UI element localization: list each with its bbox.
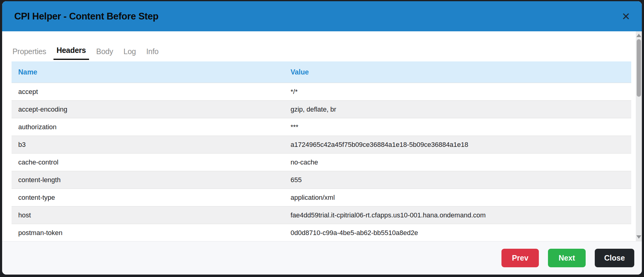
header-name: content-length xyxy=(12,176,291,184)
tab-headers[interactable]: Headers xyxy=(53,46,89,60)
header-value: application/xml xyxy=(291,194,631,202)
table-row: cache-control no-cache xyxy=(12,153,631,171)
headers-table: Name Value accept */* accept-encoding gz… xyxy=(12,61,631,241)
table-row: authorization *** xyxy=(12,118,631,136)
header-value: 655 xyxy=(291,176,631,184)
table-row: content-type application/xml xyxy=(12,189,631,206)
header-name: accept-encoding xyxy=(12,106,291,113)
scroll-up-icon[interactable] xyxy=(636,34,641,37)
header-value: gzip, deflate, br xyxy=(291,106,631,113)
modal-title: CPI Helper - Content Before Step xyxy=(2,11,158,22)
header-value: a1724965c42a45f75b09ce36884a1e18-5b09ce3… xyxy=(291,141,631,149)
vertical-scrollbar[interactable] xyxy=(636,31,642,241)
header-value: fae4dd59trial.it-cpitrial06-rt.cfapps.us… xyxy=(291,211,631,219)
header-name: host xyxy=(12,211,291,219)
header-name: b3 xyxy=(12,141,291,149)
table-row: host fae4dd59trial.it-cpitrial06-rt.cfap… xyxy=(12,206,631,224)
modal-footer: Prev Next Close xyxy=(2,241,642,275)
header-name: cache-control xyxy=(12,158,291,166)
close-icon[interactable]: ✕ xyxy=(622,11,631,22)
column-header-name: Name xyxy=(12,68,291,76)
table-row: accept-encoding gzip, deflate, br xyxy=(12,100,631,118)
header-name: postman-token xyxy=(12,229,291,237)
modal-titlebar: CPI Helper - Content Before Step ✕ xyxy=(2,1,642,31)
scrollbar-thumb[interactable] xyxy=(637,39,641,97)
header-value: */* xyxy=(291,88,631,96)
header-name: accept xyxy=(12,88,291,96)
next-button[interactable]: Next xyxy=(548,249,586,267)
page-backdrop: CPI Helper - Content Before Step ✕ Prope… xyxy=(0,0,644,277)
header-value: *** xyxy=(291,123,631,131)
prev-button[interactable]: Prev xyxy=(501,249,539,267)
header-value: no-cache xyxy=(291,158,631,166)
table-row: content-length 655 xyxy=(12,171,631,189)
header-name: content-type xyxy=(12,194,291,202)
table-row: b3 a1724965c42a45f75b09ce36884a1e18-5b09… xyxy=(12,136,631,153)
tab-log[interactable]: Log xyxy=(123,47,136,60)
column-header-value: Value xyxy=(291,68,631,76)
tab-body[interactable]: Body xyxy=(96,47,114,60)
table-header-row: Name Value xyxy=(12,61,631,83)
scroll-down-icon[interactable] xyxy=(636,235,641,239)
table-row: postman-token 0d0d8710-c99a-4be5-ab62-bb… xyxy=(12,224,631,241)
tab-info[interactable]: Info xyxy=(146,47,159,60)
modal-body: Properties Headers Body Log Info Name Va… xyxy=(2,31,642,241)
close-button[interactable]: Close xyxy=(595,249,634,267)
cpi-helper-modal: CPI Helper - Content Before Step ✕ Prope… xyxy=(2,1,642,275)
header-value: 0d0d8710-c99a-4be5-ab62-bb5510a8ed2e xyxy=(291,229,631,237)
header-name: authorization xyxy=(12,123,291,131)
table-body: accept */* accept-encoding gzip, deflate… xyxy=(12,83,631,241)
table-row: accept */* xyxy=(12,83,631,100)
tab-bar: Properties Headers Body Log Info xyxy=(12,46,642,60)
tab-properties[interactable]: Properties xyxy=(12,47,47,60)
